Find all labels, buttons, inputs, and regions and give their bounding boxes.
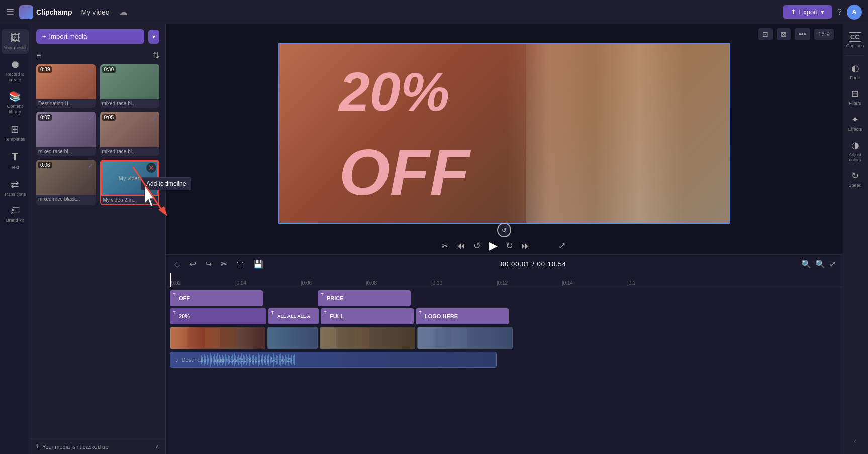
filters-label: Filters	[849, 101, 861, 106]
resize-icon[interactable]: ⊠	[777, 28, 791, 40]
media-item-destination-h[interactable]: 0:39 ✓ Destination H...	[36, 64, 96, 108]
delete-button[interactable]: 🗑	[234, 258, 247, 270]
sidebar-item-captions[interactable]: CC Captions	[843, 29, 867, 51]
canvas-handle-left[interactable]	[278, 124, 279, 144]
forward-button[interactable]: ↻	[506, 240, 513, 251]
avatar[interactable]: A	[847, 5, 862, 20]
import-label: Import media	[49, 33, 87, 40]
timeline-time: 00:00.01 / 00:10.54	[501, 260, 566, 268]
sidebar-item-your-media[interactable]: 🖼 Your media	[2, 29, 29, 54]
menu-icon[interactable]: ☰	[6, 7, 14, 18]
clip-price[interactable]: T PRICE	[318, 290, 411, 306]
media-label: mixed race bl...	[36, 147, 96, 156]
media-item-mixed-race-black[interactable]: 0:06 ✓ mixed race black...	[36, 160, 96, 205]
clip-all[interactable]: T ALL ALL ALL A	[268, 308, 319, 324]
media-item-mixed-race-2[interactable]: 0:07 ✓ mixed race bl...	[36, 112, 96, 156]
ruler-mark: |0:1	[627, 280, 693, 287]
import-media-button[interactable]: + Import media	[36, 29, 144, 44]
media-filter-bar: ≡ ⇅	[30, 49, 165, 64]
cut-button[interactable]: ✂	[218, 258, 230, 270]
backup-chevron-icon[interactable]: ∧	[155, 443, 159, 450]
sidebar-item-brand-kit[interactable]: 🏷 Brand kit	[2, 202, 29, 226]
media-backup-bar: ℹ Your media isn't backed up ∧	[30, 439, 165, 454]
media-panel: + Import media ▾ ≡ ⇅ 0:39 ✓ Destination …	[30, 24, 166, 454]
more-options-icon[interactable]: •••	[795, 28, 810, 40]
playhead-dot[interactable]: ↺	[497, 223, 511, 237]
delete-icon[interactable]: ✕	[146, 163, 156, 173]
adjust-colors-icon: ◑	[851, 140, 859, 151]
undo-button[interactable]: ↩	[187, 258, 199, 270]
play-button[interactable]: ▶	[489, 239, 498, 252]
sidebar-item-text[interactable]: T Text	[2, 147, 29, 173]
text-icon: T	[12, 150, 18, 163]
split-icon[interactable]: ✂	[442, 241, 448, 251]
canvas-handle-right[interactable]	[729, 124, 730, 144]
media-item-mixed-race-3[interactable]: 0:05 ✓ mixed race bl...	[100, 112, 160, 156]
ruler-mark: |0:12	[497, 280, 562, 287]
filters-icon: ⊟	[851, 88, 859, 99]
logo-icon	[19, 5, 33, 19]
clip-video-4[interactable]	[417, 327, 513, 349]
rewind-button[interactable]: ↺	[473, 240, 481, 251]
import-dropdown-button[interactable]: ▾	[148, 30, 159, 44]
clip-off[interactable]: T OFF	[170, 290, 263, 306]
timeline-toolbar: ◇ ↩ ↪ ✂ 🗑 💾 00:00.01 / 00:10.54 🔍 🔍 ⤢	[166, 254, 842, 273]
save-button[interactable]: 💾	[251, 258, 266, 270]
record-create-icon: ⏺	[10, 59, 20, 70]
media-item-mixed-race-1[interactable]: 0:30 ✓ mixed race bl...	[100, 64, 160, 108]
sidebar-item-filters[interactable]: ⊟ Filters	[843, 85, 867, 109]
video-preview-area: ⊡ ⊠ ••• 16:9 20% OFF ↺	[166, 24, 842, 235]
media-duration: 0:30	[102, 66, 116, 73]
sidebar-item-effects[interactable]: ✦ Effects	[843, 111, 867, 135]
speed-label: Speed	[848, 183, 861, 188]
redo-button[interactable]: ↪	[203, 258, 214, 270]
sidebar-item-content-library[interactable]: 📚 Content library	[2, 87, 29, 118]
collapse-icon[interactable]: ‹	[850, 433, 860, 449]
project-title[interactable]: My video	[77, 7, 114, 17]
fit-button[interactable]: ⤢	[829, 259, 836, 269]
zoom-in-button[interactable]: 🔍	[815, 259, 825, 269]
templates-icon: ⊞	[11, 123, 19, 135]
clip-video-3[interactable]	[320, 327, 415, 349]
clip-label: LOGO HERE	[425, 313, 458, 319]
export-button[interactable]: ⬆ Export ▾	[783, 5, 833, 19]
ruler-mark: |0:08	[366, 280, 431, 287]
text-track-2: T 20% T ALL ALL ALL A T FULL T LOGO HERE	[166, 307, 842, 325]
timeline-area[interactable]: |0:02 |0:04 |0:06 |0:08 |0:10 |0:12 |0:1…	[166, 273, 842, 454]
sidebar-item-speed[interactable]: ↻ Speed	[843, 167, 867, 191]
ruler-mark: |0:06	[301, 280, 366, 287]
skip-forward-button[interactable]: ⏭	[521, 241, 530, 251]
video-playhead: ↺	[278, 225, 730, 235]
clip-audio[interactable]: ♪ Destination Happiness (30 Seconds Vers…	[170, 352, 497, 368]
check-icon: ✓	[88, 66, 94, 74]
clip-20[interactable]: T 20%	[170, 308, 266, 324]
sidebar-item-templates[interactable]: ⊞ Templates	[2, 120, 29, 145]
video-canvas: 20% OFF	[278, 43, 730, 224]
skip-back-button[interactable]: ⏮	[456, 241, 465, 251]
clip-video-2[interactable]	[267, 327, 318, 349]
sidebar-label-transitions: Transitions	[4, 192, 26, 197]
clip-full[interactable]: T FULL	[321, 308, 414, 324]
main-area: 🖼 Your media ⏺ Record & create 📚 Content…	[0, 24, 868, 454]
sidebar-item-fade[interactable]: ◐ Fade	[843, 60, 867, 83]
your-media-icon: 🖼	[10, 32, 20, 44]
clip-label: ALL ALL ALL A	[277, 314, 310, 319]
content-library-icon: 📚	[9, 90, 21, 102]
clip-video-1[interactable]	[170, 327, 265, 349]
aspect-ratio-badge: 16:9	[814, 29, 834, 40]
export-label: Export	[799, 8, 818, 16]
magnet-tool-button[interactable]: ◇	[172, 258, 183, 270]
check-icon: ✓	[88, 162, 94, 170]
sidebar-item-transitions[interactable]: ⇄ Transitions	[2, 175, 29, 200]
audio-track: ♪ Destination Happiness (30 Seconds Vers…	[166, 351, 842, 369]
help-icon[interactable]: ?	[837, 8, 842, 17]
filter-icon[interactable]: ≡	[36, 51, 41, 60]
sidebar-item-adjust-colors[interactable]: ◑ Adjust colors	[843, 137, 867, 165]
fullscreen-button[interactable]: ⤢	[558, 240, 566, 251]
sort-icon[interactable]: ⇅	[153, 51, 159, 60]
app-logo: Clipchamp	[19, 5, 72, 19]
clip-logo-here[interactable]: T LOGO HERE	[416, 308, 509, 324]
zoom-out-button[interactable]: 🔍	[801, 259, 811, 269]
crop-icon[interactable]: ⊡	[758, 28, 773, 40]
sidebar-item-record-create[interactable]: ⏺ Record & create	[2, 56, 29, 86]
